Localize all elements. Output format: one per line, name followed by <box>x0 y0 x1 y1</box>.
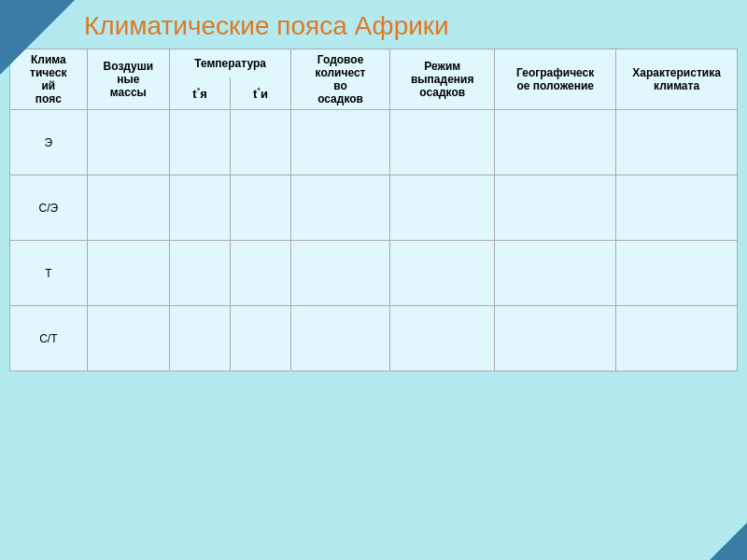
cell-klimat-1: С/Э <box>10 175 88 241</box>
cell-temp-ya-2 <box>170 241 231 306</box>
corner-decoration-top-left <box>0 0 75 75</box>
cell-godovoe-2 <box>290 241 389 306</box>
cell-rezhim-0 <box>390 110 495 175</box>
header-rezhim: Режимвыпаденияосадков <box>390 49 495 110</box>
header-godovoe: Годовоеколичествоосадков <box>290 49 389 110</box>
table-row: С/Э <box>10 175 738 241</box>
header-char: Характеристикаклимата <box>616 49 738 110</box>
cell-klimat-3: С/Т <box>10 306 88 371</box>
cell-char-3 <box>616 306 738 371</box>
cell-godovoe-1 <box>290 175 389 241</box>
cell-godovoe-0 <box>290 110 389 175</box>
cell-char-1 <box>616 175 738 241</box>
cell-rezhim-1 <box>390 175 495 241</box>
header-geo: Географическое положение <box>495 49 616 110</box>
cell-geo-0 <box>495 110 616 175</box>
table-row: Э <box>10 110 738 175</box>
table-header-row: Климатическийпояс Воздушиныемассы Темпер… <box>10 49 738 78</box>
cell-geo-2 <box>495 241 616 306</box>
cell-temp-ya-0 <box>170 110 231 175</box>
header-temp-ya: t°я <box>170 77 231 109</box>
table-row: С/Т <box>10 306 738 371</box>
page-header: Климатические пояса Африки <box>0 0 747 49</box>
header-temp-i: t°и <box>231 77 291 109</box>
cell-klimat-0: Э <box>10 110 88 175</box>
corner-decoration-bottom-right <box>710 523 747 560</box>
cell-vozduh-1 <box>87 175 170 241</box>
table-row: Т <box>10 241 738 306</box>
cell-temp-i-1 <box>231 175 291 241</box>
header-vozduh: Воздушиныемассы <box>87 49 170 110</box>
cell-temp-i-3 <box>231 306 291 371</box>
climate-table: Климатическийпояс Воздушиныемассы Темпер… <box>9 49 738 371</box>
cell-geo-3 <box>495 306 616 371</box>
cell-vozduh-0 <box>87 110 170 175</box>
cell-vozduh-2 <box>87 241 170 306</box>
table-container: Климатическийпояс Воздушиныемассы Темпер… <box>0 49 747 371</box>
header-temp: Температура <box>170 49 291 78</box>
cell-temp-i-2 <box>231 241 291 306</box>
cell-temp-ya-3 <box>170 306 231 371</box>
page-title: Климатические пояса Африки <box>84 11 728 41</box>
cell-rezhim-2 <box>390 241 495 306</box>
cell-temp-ya-1 <box>170 175 231 241</box>
cell-vozduh-3 <box>87 306 170 371</box>
cell-godovoe-3 <box>290 306 389 371</box>
cell-geo-1 <box>495 175 616 241</box>
cell-temp-i-0 <box>231 110 291 175</box>
cell-klimat-2: Т <box>10 241 88 306</box>
cell-char-0 <box>616 110 738 175</box>
cell-rezhim-3 <box>390 306 495 371</box>
cell-char-2 <box>616 241 738 306</box>
